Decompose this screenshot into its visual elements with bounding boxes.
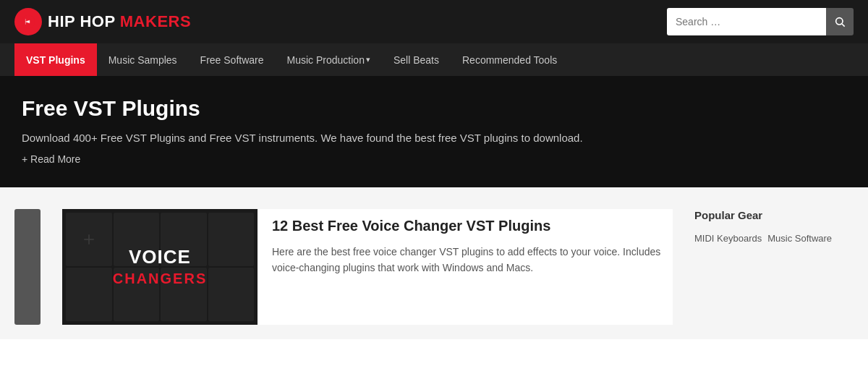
search-icon (834, 16, 846, 27)
logo-area: HIP HOP MAKERS (14, 8, 191, 35)
sidebar-toggle[interactable] (14, 209, 41, 325)
thumb-cell (66, 213, 112, 266)
search-button[interactable] (826, 8, 854, 35)
search-input[interactable] (667, 8, 826, 35)
article-body: 12 Best Free Voice Changer VST Plugins H… (272, 209, 673, 325)
sidebar-link-music-software[interactable]: Music Software (767, 233, 832, 244)
hero-section: Free VST Plugins Download 400+ Free VST … (0, 76, 868, 187)
thumb-cell (208, 268, 255, 321)
sidebar-title: Popular Gear (694, 209, 854, 221)
site-logo-text: HIP HOP MAKERS (48, 12, 191, 31)
page-title: Free VST Plugins (22, 96, 846, 121)
sidebar-links: MIDI Keyboards Music Software (694, 233, 854, 244)
thumbnail-main-text: VOICE (129, 247, 191, 268)
article-excerpt: Here are the best free voice changer VST… (272, 244, 673, 276)
nav-item-recommended-tools[interactable]: Recommended Tools (451, 43, 569, 76)
logo-icon (14, 8, 42, 35)
article-title[interactable]: 12 Best Free Voice Changer VST Plugins (272, 216, 673, 235)
nav-item-music-samples[interactable]: Music Samples (97, 43, 189, 76)
article-thumbnail[interactable]: VOICE CHANGERS (62, 209, 258, 325)
nav-item-vst-plugins[interactable]: VST Plugins (14, 43, 97, 76)
nav-item-sell-beats[interactable]: Sell Beats (382, 43, 451, 76)
thumb-cell (208, 213, 255, 266)
thumb-cell (66, 268, 112, 321)
content-area: VOICE CHANGERS 12 Best Free Voice Change… (0, 187, 868, 339)
site-header: HIP HOP MAKERS (0, 0, 868, 43)
main-nav: VST Plugins Music Samples Free Software … (0, 43, 868, 76)
sidebar-link-midi[interactable]: MIDI Keyboards (694, 233, 762, 244)
nav-item-music-production[interactable]: Music Production (276, 43, 382, 76)
article-card: VOICE CHANGERS 12 Best Free Voice Change… (62, 209, 673, 325)
nav-item-free-software[interactable]: Free Software (189, 43, 276, 76)
svg-line-2 (842, 24, 845, 27)
right-sidebar: Popular Gear MIDI Keyboards Music Softwa… (694, 209, 854, 325)
svg-point-1 (836, 18, 843, 25)
articles-list: VOICE CHANGERS 12 Best Free Voice Change… (62, 209, 673, 325)
hero-description: Download 400+ Free VST Plugins and Free … (22, 129, 846, 147)
search-area (667, 8, 854, 35)
thumbnail-sub-text: CHANGERS (113, 271, 207, 287)
read-more-link[interactable]: + Read More (22, 153, 80, 165)
